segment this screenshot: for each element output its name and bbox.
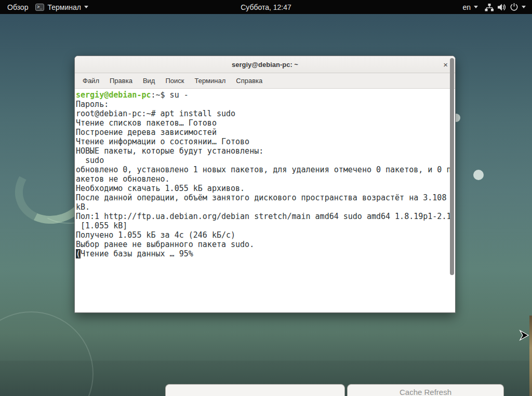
chevron-down-icon xyxy=(522,6,526,8)
app-menu-button[interactable]: >_ Терминал xyxy=(35,3,88,11)
close-button[interactable]: × xyxy=(441,56,450,73)
terminal-line: Пол:1 http://ftp.ua.debian.org/debian st… xyxy=(76,212,448,221)
menu-item-терминал[interactable]: Терминал xyxy=(189,75,231,87)
menu-item-вид[interactable]: Вид xyxy=(138,75,161,87)
keyboard-layout-button[interactable]: en xyxy=(462,3,478,11)
menu-item-справка[interactable]: Справка xyxy=(231,75,268,87)
network-wired-icon xyxy=(485,3,494,11)
terminal-line: Необходимо скачать 1.055 kБ архивов. xyxy=(76,184,448,193)
terminal-line: Выбор ранее не выбранного пакета sudo. xyxy=(76,240,448,249)
terminal-line: Построение дерева зависимостей xyxy=(76,128,448,137)
terminal-line: Чтение списков пакетов… Готово xyxy=(76,118,448,128)
terminal-line: kB. xyxy=(76,202,448,212)
terminal-line: обновлено 0, установлено 1 новых пакетов… xyxy=(76,165,448,174)
activities-button[interactable]: Обзор xyxy=(7,3,28,11)
mouse-cursor xyxy=(519,329,530,343)
terminal-line: [1.055 kB] xyxy=(76,221,448,230)
terminal-line: Получено 1.055 kБ за 4c (246 kБ/c) xyxy=(76,230,448,240)
wallpaper-dot xyxy=(473,170,484,180)
volume-icon xyxy=(497,3,507,11)
offscreen-window-edge[interactable] xyxy=(529,316,532,396)
power-icon xyxy=(510,3,518,11)
terminal-line: root@debian-pc:~# apt install sudo xyxy=(76,109,448,118)
terminal-titlebar[interactable]: sergiy@debian-pc: ~ × xyxy=(75,56,455,73)
terminal-scrollbar[interactable] xyxy=(450,58,454,275)
terminal-line: После данной операции, объём занятого ди… xyxy=(76,193,448,202)
terminal-line: Чтение информации о состоянии… Готово xyxy=(76,137,448,146)
terminal-app-icon: >_ xyxy=(35,4,44,11)
menu-item-поиск[interactable]: Поиск xyxy=(160,75,189,87)
terminal-line: Пароль: xyxy=(76,100,448,109)
terminal-line: НОВЫЕ пакеты, которые будут установлены: xyxy=(76,146,448,156)
cache-refresh-button[interactable]: Cache Refresh xyxy=(347,384,504,396)
app-menu-label: Терминал xyxy=(47,3,81,11)
chevron-down-icon xyxy=(84,6,88,8)
terminal-line: sudo xyxy=(76,156,448,165)
activities-label: Обзор xyxy=(7,3,28,11)
terminal-window: sergiy@debian-pc: ~ × ФайлПравкаВидПоиск… xyxy=(74,56,456,313)
terminal-line: sergiy@debian-pc:~$ su - xyxy=(76,90,448,100)
notification-banner[interactable] xyxy=(165,384,345,396)
top-bar: Обзор >_ Терминал Суббота, 12:47 en xyxy=(0,0,532,14)
terminal-line: акетов не обновлено. xyxy=(76,174,448,184)
terminal-line: (Чтение базы данных … 95% xyxy=(76,249,448,258)
window-title: sergiy@debian-pc: ~ xyxy=(232,61,298,69)
chevron-down-icon xyxy=(474,6,478,8)
menu-item-правка[interactable]: Правка xyxy=(104,75,138,87)
menu-item-файл[interactable]: Файл xyxy=(77,75,104,87)
terminal-menubar: ФайлПравкаВидПоискТерминалСправка xyxy=(75,73,455,89)
keyboard-layout-label: en xyxy=(462,3,471,11)
terminal-screen[interactable]: sergiy@debian-pc:~$ su -Пароль: root@deb… xyxy=(75,89,455,312)
system-status-area[interactable] xyxy=(485,3,526,11)
